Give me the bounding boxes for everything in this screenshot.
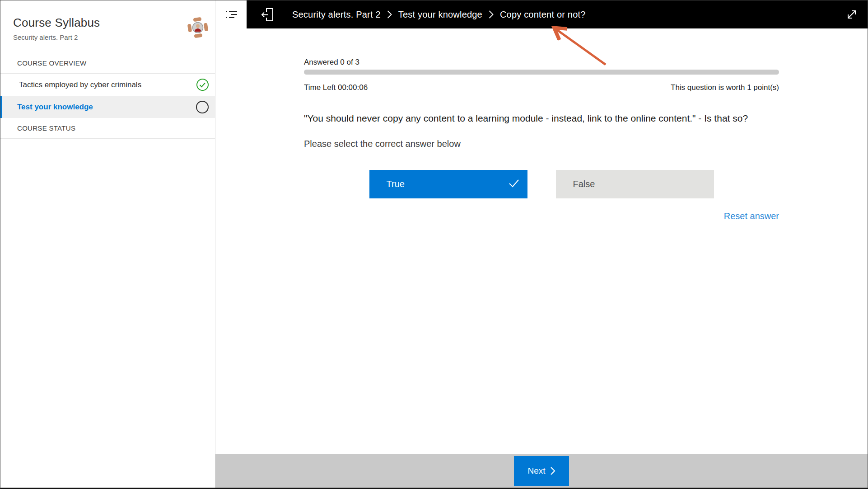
sidebar-item-test-your-knowledge[interactable]: Test your knowledge — [0, 96, 215, 118]
breadcrumb-item-section[interactable]: Test your knowledge — [398, 9, 482, 20]
answer-label: True — [387, 179, 405, 189]
answer-label: False — [573, 179, 595, 189]
completed-check-icon — [196, 79, 209, 91]
sidebar-header: Course Syllabus Security alerts. Part 2 — [0, 0, 215, 53]
quiz-progress-bar — [304, 70, 779, 75]
course-name-subtitle: Security alerts. Part 2 — [13, 33, 202, 41]
answer-false-button[interactable]: False — [556, 170, 714, 198]
bottom-navigation-bar: Next — [215, 454, 868, 488]
answers-row: True False — [304, 170, 779, 198]
topbar: Security alerts. Part 2 Test your knowle… — [215, 0, 868, 28]
course-player-window: Course Syllabus Security alerts. Part 2 … — [0, 0, 868, 489]
breadcrumb-bar: Security alerts. Part 2 Test your knowle… — [247, 0, 868, 28]
time-left-label: Time Left 00:00:06 — [304, 83, 368, 92]
exit-course-button[interactable] — [261, 7, 274, 22]
next-button-label: Next — [527, 466, 545, 476]
selected-check-icon — [509, 179, 519, 190]
expand-diagonal-icon — [845, 8, 859, 21]
chevron-right-icon — [550, 466, 555, 475]
next-question-button[interactable]: Next — [514, 456, 569, 486]
exit-course-icon — [261, 7, 274, 22]
fullscreen-toggle-button[interactable] — [845, 8, 859, 21]
reset-answer-link[interactable]: Reset answer — [724, 211, 779, 221]
answered-counter: Answered 0 of 3 — [304, 58, 779, 67]
course-overview-section-label: COURSE OVERVIEW — [0, 53, 215, 73]
course-syllabus-sidebar: Course Syllabus Security alerts. Part 2 … — [0, 0, 215, 488]
breadcrumb: Security alerts. Part 2 Test your knowle… — [292, 9, 586, 20]
breadcrumb-item-question[interactable]: Copy content or not? — [500, 9, 586, 20]
incomplete-circle-icon — [196, 101, 209, 113]
course-status-section-label: COURSE STATUS — [0, 118, 215, 138]
sidebar-divider — [0, 138, 215, 139]
sidebar-item-label: Tactics employed by cyber criminals — [19, 80, 141, 89]
chevron-right-icon — [489, 10, 494, 19]
course-logo-icon — [187, 17, 209, 38]
quiz-content: Answered 0 of 3 Time Left 00:00:06 This … — [215, 28, 868, 454]
breadcrumb-item-course[interactable]: Security alerts. Part 2 — [292, 9, 381, 20]
question-points-label: This question is worth 1 point(s) — [671, 83, 779, 92]
sidebar-item-label: Test your knowledge — [17, 103, 93, 112]
quiz-meta-row: Time Left 00:00:06 This question is wort… — [304, 83, 779, 92]
answer-instruction: Please select the correct answer below — [304, 139, 779, 149]
answer-true-button[interactable]: True — [369, 170, 527, 198]
question-text: "You should never copy any content to a … — [304, 111, 779, 125]
main-area: Security alerts. Part 2 Test your knowle… — [215, 0, 868, 488]
syllabus-toggle-button[interactable] — [215, 0, 247, 28]
course-syllabus-title: Course Syllabus — [13, 16, 202, 30]
syllabus-list-icon — [225, 9, 238, 20]
chevron-right-icon — [387, 10, 392, 19]
sidebar-item-tactics[interactable]: Tactics employed by cyber criminals — [0, 74, 215, 96]
